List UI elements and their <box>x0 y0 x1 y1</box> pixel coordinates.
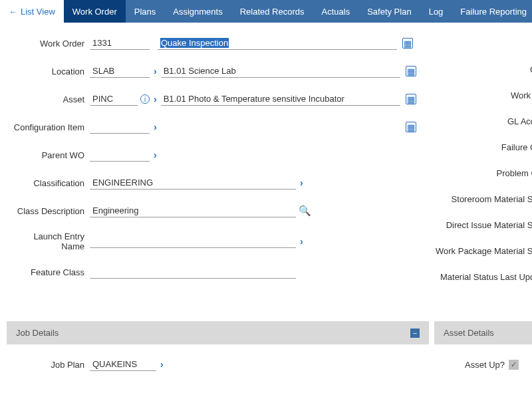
label-material-status-last-updated: Material Status Last Updated <box>436 272 532 283</box>
label-work-type: Work Type <box>436 90 532 102</box>
label-location: Location <box>10 66 90 76</box>
work-order-desc-value: Quake Inspection <box>160 38 229 48</box>
back-arrow-icon: ← <box>9 7 17 17</box>
work-order-desc-input[interactable]: Quake Inspection <box>158 37 397 50</box>
tab-related-records[interactable]: Related Records <box>231 0 313 23</box>
tab-safety-plan[interactable]: Safety Plan <box>358 0 420 23</box>
row-class-description: Class Description 🔍 <box>10 203 436 218</box>
label-work-package-material-status: Work Package Material Status <box>436 246 532 257</box>
launch-entry-name-input[interactable] <box>90 235 296 248</box>
class-description-search-icon[interactable]: 🔍 <box>299 205 311 217</box>
label-job-plan: Job Plan <box>10 360 90 370</box>
tab-plans[interactable]: Plans <box>126 0 165 23</box>
label-classification: Classification <box>10 178 90 188</box>
label-configuration-item: Configuration Item <box>10 122 90 132</box>
label-class: Class <box>436 65 532 76</box>
label-problem-code: Problem Code <box>436 168 532 180</box>
tab-bar: ← List View Work Order Plans Assignments… <box>0 0 532 23</box>
row-configuration-item: Configuration Item › ▦ <box>10 120 436 134</box>
asset-info-icon[interactable]: i <box>140 94 150 104</box>
row-parent-wo: Parent WO › <box>10 148 436 162</box>
configuration-item-detail-icon[interactable]: ▦ <box>406 122 416 132</box>
minimize-icon[interactable]: – <box>410 329 420 338</box>
location-detail-icon[interactable]: ▦ <box>406 66 416 76</box>
job-plan-lookup-icon[interactable]: › <box>156 359 168 370</box>
bottom-left: Job Plan › <box>10 358 436 371</box>
location-desc-input[interactable] <box>161 65 400 78</box>
tab-list-view-label: List View <box>21 7 55 17</box>
section-job-details-title: Job Details <box>16 328 59 338</box>
label-feature-class: Feature Class <box>10 267 90 277</box>
label-direct-issue-material-status: Direct Issue Material Status <box>436 220 532 231</box>
label-asset: Asset <box>10 94 90 104</box>
launch-entry-lookup-icon[interactable]: › <box>296 236 307 247</box>
tab-work-order[interactable]: Work Order <box>64 0 126 23</box>
label-asset-up: Asset Up? <box>465 360 505 370</box>
row-work-order: Work Order Quake Inspection ▦ <box>10 36 436 51</box>
label-failure-class: Failure Class <box>436 142 532 154</box>
label-site: Site <box>436 39 532 50</box>
row-feature-class: Feature Class <box>10 265 436 279</box>
section-headers: Job Details – Asset Details <box>0 321 532 344</box>
section-asset-details-title: Asset Details <box>444 328 494 338</box>
tab-list-view[interactable]: ← List View <box>0 0 64 23</box>
classification-input[interactable] <box>90 176 296 190</box>
label-work-order: Work Order <box>10 39 90 49</box>
classification-lookup-icon[interactable]: › <box>296 178 307 188</box>
asset-desc-input[interactable] <box>161 92 400 106</box>
tab-failure-reporting[interactable]: Failure Reporting <box>452 0 532 23</box>
label-gl-account: GL Account <box>436 116 532 128</box>
asset-up-checkbox[interactable]: ✓ <box>509 360 519 370</box>
label-launch-entry-name: Launch Entry Name <box>10 231 90 251</box>
parent-wo-input[interactable] <box>90 148 150 162</box>
feature-class-input[interactable] <box>90 265 296 279</box>
configuration-item-desc-input[interactable] <box>161 121 400 134</box>
label-storeroom-material-status: Storeroom Material Status <box>436 194 532 205</box>
label-class-description: Class Description <box>10 206 90 216</box>
bottom-right: Asset Up? ✓ <box>436 358 522 371</box>
class-description-input[interactable] <box>90 204 296 217</box>
row-classification: Classification › <box>10 176 436 190</box>
tab-assignments[interactable]: Assignments <box>164 0 231 23</box>
row-launch-entry-name: Launch Entry Name › <box>10 231 436 251</box>
right-column: Site Class Work Type GL Account Failure … <box>436 36 532 298</box>
form-area: Work Order Quake Inspection ▦ Location ›… <box>0 23 532 305</box>
tab-actuals[interactable]: Actuals <box>313 0 359 23</box>
location-lookup-icon[interactable]: › <box>150 66 161 76</box>
configuration-item-input[interactable] <box>90 120 150 134</box>
location-input[interactable] <box>90 65 150 78</box>
asset-input[interactable] <box>90 92 138 106</box>
configuration-item-lookup-icon[interactable]: › <box>150 122 161 132</box>
work-order-input[interactable] <box>90 37 150 50</box>
row-asset: Asset i › ▦ <box>10 92 436 106</box>
detail-menu-icon[interactable]: ▦ <box>402 38 413 49</box>
label-parent-wo: Parent WO <box>10 150 90 160</box>
row-location: Location › ▦ <box>10 64 436 78</box>
job-plan-input[interactable] <box>90 358 156 371</box>
tab-log[interactable]: Log <box>420 0 452 23</box>
parent-wo-lookup-icon[interactable]: › <box>150 150 161 160</box>
bottom-area: Job Plan › Asset Up? ✓ <box>0 344 532 371</box>
section-asset-details[interactable]: Asset Details <box>434 321 532 344</box>
asset-detail-icon[interactable]: ▦ <box>406 94 416 104</box>
left-column: Work Order Quake Inspection ▦ Location ›… <box>10 36 436 298</box>
section-job-details[interactable]: Job Details – <box>7 321 429 344</box>
asset-lookup-icon[interactable]: › <box>150 94 161 104</box>
